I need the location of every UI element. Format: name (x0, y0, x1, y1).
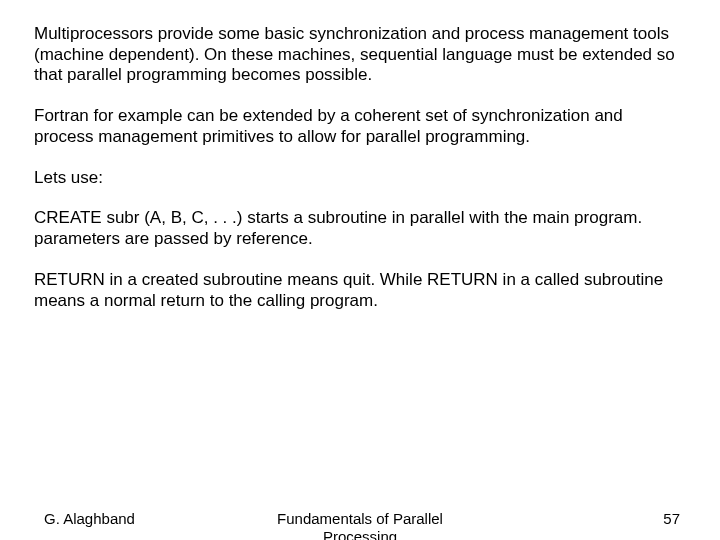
paragraph-intro: Multiprocessors provide some basic synch… (34, 24, 686, 86)
footer-page-number: 57 (663, 510, 680, 528)
paragraph-fortran: Fortran for example can be extended by a… (34, 106, 686, 147)
paragraph-lets-use: Lets use: (34, 168, 686, 189)
slide-content: Multiprocessors provide some basic synch… (0, 0, 720, 311)
footer-title-line2: Processing (323, 528, 397, 540)
footer-title-line1: Fundamentals of Parallel (277, 510, 443, 527)
paragraph-return: RETURN in a created subroutine means qui… (34, 270, 686, 311)
footer-author: G. Alaghband (44, 510, 135, 528)
footer-title: Fundamentals of Parallel Processing (277, 510, 443, 540)
slide-footer: G. Alaghband Fundamentals of Parallel Pr… (0, 510, 720, 528)
paragraph-create: CREATE subr (A, B, C, . . .) starts a su… (34, 208, 686, 249)
